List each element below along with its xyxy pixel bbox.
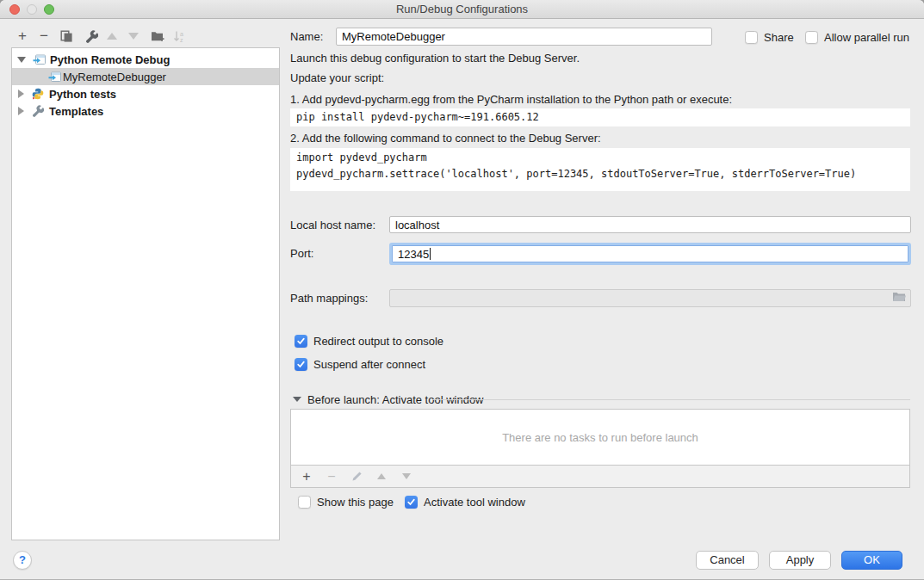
instruction-step-2: 2. Add the following command to connect … <box>290 132 601 145</box>
new-folder-icon[interactable] <box>150 28 165 44</box>
chevron-right-icon[interactable] <box>18 89 24 98</box>
share-checkbox[interactable] <box>745 31 758 44</box>
show-this-page-label: Show this page <box>317 493 394 511</box>
suspend-after-connect-checkbox[interactable] <box>295 358 307 371</box>
titlebar[interactable]: Run/Debug Configurations <box>0 0 924 19</box>
text-caret <box>430 248 431 260</box>
tree-item-python-remote-debug[interactable]: Python Remote Debug <box>12 51 279 68</box>
chevron-down-icon[interactable] <box>17 57 26 63</box>
remote-debug-icon <box>32 53 46 65</box>
tree-item-label[interactable]: Python tests <box>49 88 116 101</box>
share-label: Share <box>764 28 794 46</box>
remove-icon: − <box>325 470 338 484</box>
instruction-line-2: Update your script: <box>290 71 384 85</box>
apply-button[interactable]: Apply <box>769 551 831 570</box>
move-up-icon <box>104 28 120 44</box>
remote-debug-icon <box>47 71 61 83</box>
before-launch-header: Before launch: Activate tool window <box>307 393 484 407</box>
path-mappings-label: Path mappings: <box>290 289 368 307</box>
svg-text:z: z <box>180 37 183 43</box>
remove-icon[interactable]: − <box>36 28 52 44</box>
port-input[interactable]: 12345 <box>392 245 908 262</box>
edit-templates-wrench-icon[interactable] <box>84 28 99 44</box>
help-button[interactable]: ? <box>13 551 32 570</box>
folder-icon[interactable] <box>892 292 906 305</box>
tree-item-python-tests[interactable]: Python tests <box>12 85 279 102</box>
close-window-icon[interactable] <box>9 4 20 15</box>
name-input[interactable] <box>336 28 712 46</box>
tree-item-label[interactable]: MyRemoteDebugger <box>63 71 166 83</box>
sort-alphabetically-icon: az <box>171 28 187 44</box>
instruction-step-1: 1. Add pydevd-pycharm.egg from the PyCha… <box>290 93 732 107</box>
edit-pencil-icon <box>350 470 363 484</box>
redirect-output-checkbox[interactable] <box>295 335 307 348</box>
section-divider <box>432 399 910 400</box>
window-title: Run/Debug Configurations <box>0 0 924 18</box>
empty-task-message: There are no tasks to run before launch <box>502 431 698 444</box>
redirect-output-label: Redirect output to console <box>313 332 443 350</box>
svg-text:a: a <box>180 30 183 36</box>
move-down-icon <box>126 28 141 44</box>
zoom-window-icon[interactable] <box>44 4 54 15</box>
allow-parallel-run-checkbox[interactable] <box>805 31 818 44</box>
suspend-after-connect-label: Suspend after connect <box>313 355 425 373</box>
allow-parallel-run-label: Allow parallel run <box>824 28 909 46</box>
instruction-line-1: Launch this debug configuration to start… <box>290 52 580 65</box>
path-mappings-input[interactable] <box>389 289 911 307</box>
ok-button[interactable]: OK <box>841 551 902 570</box>
tree-item-templates[interactable]: Templates <box>12 102 279 120</box>
task-toolbar: + − <box>290 466 910 488</box>
activate-tool-window-label: Activate tool window <box>424 493 525 511</box>
activate-tool-window-checkbox[interactable] <box>405 496 418 509</box>
move-up-icon <box>375 470 388 484</box>
cancel-button[interactable]: Cancel <box>696 551 759 570</box>
configurations-tree: Python Remote Debug MyRemoteDebugger Pyt… <box>11 47 280 540</box>
local-host-name-label: Local host name: <box>290 216 375 234</box>
local-host-name-input[interactable] <box>389 216 911 233</box>
collapse-triangle-icon[interactable] <box>293 397 301 402</box>
move-down-icon <box>400 470 413 484</box>
copy-configuration-icon[interactable] <box>59 28 74 44</box>
settrace-code[interactable]: import pydevd_pycharm pydevd_pycharm.set… <box>290 148 910 191</box>
chevron-right-icon[interactable] <box>18 107 24 115</box>
tree-item-label[interactable]: Templates <box>49 105 103 118</box>
run-debug-configurations-dialog: Run/Debug Configurations + − az Python R… <box>0 0 924 580</box>
add-icon[interactable]: + <box>300 470 313 484</box>
tree-item-myremotedebugger[interactable]: MyRemoteDebugger <box>12 68 279 85</box>
wrench-icon <box>31 105 45 117</box>
pip-command-code[interactable]: pip install pydevd-pycharm~=191.6605.12 <box>290 108 910 126</box>
add-icon[interactable]: + <box>15 28 30 44</box>
before-launch-task-list[interactable]: There are no tasks to run before launch <box>290 409 910 466</box>
show-this-page-checkbox[interactable] <box>298 496 311 509</box>
python-icon <box>31 88 45 100</box>
minimize-window-icon <box>27 4 37 15</box>
port-label: Port: <box>290 244 313 262</box>
name-label: Name: <box>290 28 323 46</box>
tree-item-label[interactable]: Python Remote Debug <box>50 53 170 66</box>
